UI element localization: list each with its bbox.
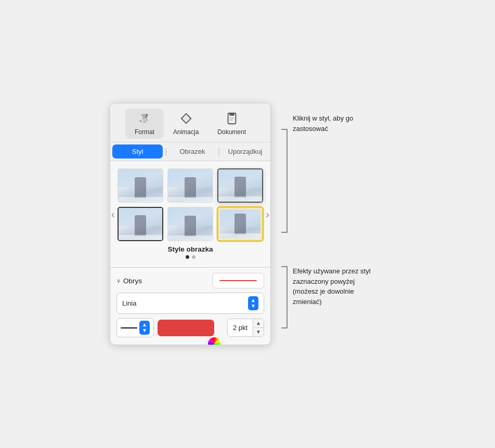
styles-section: ‹ › xyxy=(110,161,270,267)
size-value: 2 pkt xyxy=(228,321,253,334)
styles-row-2 xyxy=(115,207,265,241)
style-thumb-3[interactable] xyxy=(217,168,263,203)
styles-label: Style obrazka xyxy=(115,245,265,253)
svg-rect-5 xyxy=(143,118,146,121)
color-bar[interactable] xyxy=(158,320,214,336)
line-sample xyxy=(121,327,137,328)
format-panel: Format Animacja xyxy=(110,103,271,345)
annotation-2: Efekty używane przez styl zaznaczony pow… xyxy=(281,266,385,328)
nav-right-button[interactable]: › xyxy=(265,208,270,220)
svg-point-2 xyxy=(139,120,142,123)
annotation-text-1: Kliknij w styl, aby go zastosować xyxy=(293,113,381,134)
diamond-icon xyxy=(179,112,193,127)
obrys-line-preview[interactable] xyxy=(212,273,264,288)
annotation-1: Kliknij w styl, aby go zastosować xyxy=(281,113,385,233)
line-type-label: Linia xyxy=(122,299,136,307)
svg-rect-10 xyxy=(229,113,234,116)
style-thumb-5[interactable] xyxy=(167,207,213,241)
size-steppers: ▲ ▼ xyxy=(253,319,264,336)
tab-styl[interactable]: Styl xyxy=(112,144,163,159)
bracket-bottom-1 xyxy=(281,181,288,233)
size-control: 2 pkt ▲ ▼ xyxy=(227,319,264,337)
size-decrement-button[interactable]: ▼ xyxy=(253,328,264,336)
format-button[interactable]: Format xyxy=(125,109,164,139)
tabs-bar: Styl | Obrazek | Uporządkuj xyxy=(110,142,270,161)
tab-obrazek[interactable]: Obrazek xyxy=(167,143,217,160)
paintbrush-icon xyxy=(138,112,151,127)
obrys-title: ∨ Obrys xyxy=(116,277,142,285)
obrys-label: Obrys xyxy=(123,277,142,285)
tab-uporzadkuj[interactable]: Uporządkuj xyxy=(220,143,270,160)
style-thumb-2[interactable] xyxy=(167,168,213,203)
bracket-top-1 xyxy=(281,129,288,181)
toolbar: Format Animacja xyxy=(110,103,270,142)
svg-point-6 xyxy=(143,121,147,123)
style-thumb-4[interactable] xyxy=(118,207,163,241)
bracket-top-2 xyxy=(281,266,288,297)
bracket-bottom-2 xyxy=(281,297,288,328)
dot-2 xyxy=(192,255,196,259)
annotation-text-2: Efekty używane przez styl zaznaczony pow… xyxy=(293,266,381,307)
format-label: Format xyxy=(135,128,154,136)
color-picker-button[interactable] xyxy=(207,336,222,346)
size-increment-button[interactable]: ▲ xyxy=(253,319,264,328)
style-thumb-6[interactable] xyxy=(217,207,263,241)
animacja-button[interactable]: Animacja xyxy=(164,109,208,139)
line-style-arrows: ▲ ▼ xyxy=(139,321,150,335)
color-control xyxy=(158,320,214,336)
select-arrows-icon: ▲ ▼ xyxy=(248,296,258,310)
obrys-section: ∨ Obrys Linia ▲ ▼ xyxy=(110,268,270,345)
page-dots xyxy=(115,255,265,259)
styles-row-1 xyxy=(115,168,265,203)
nav-left-button[interactable]: ‹ xyxy=(110,208,116,220)
svg-marker-8 xyxy=(181,114,191,124)
style-thumb-1[interactable] xyxy=(118,168,163,203)
red-line xyxy=(219,280,257,282)
chevron-down-icon: ∨ xyxy=(116,278,121,284)
styles-grid xyxy=(115,168,265,241)
bracket-2 xyxy=(281,266,288,328)
dot-1 xyxy=(186,255,189,259)
document-icon xyxy=(225,112,239,127)
bracket-1 xyxy=(281,129,288,233)
animacja-label: Animacja xyxy=(173,128,199,136)
annotation-panel: Kliknij w styl, aby go zastosować Efekty… xyxy=(271,103,385,328)
dokument-label: Dokument xyxy=(217,128,246,136)
line-type-select[interactable]: Linia ▲ ▼ xyxy=(116,293,264,314)
line-style-select[interactable]: ▲ ▼ xyxy=(116,318,154,337)
dokument-button[interactable]: Dokument xyxy=(208,109,255,139)
obrys-header: ∨ Obrys xyxy=(116,273,264,288)
bottom-row: ▲ ▼ 2 pkt ▲ ▼ xyxy=(116,318,264,339)
